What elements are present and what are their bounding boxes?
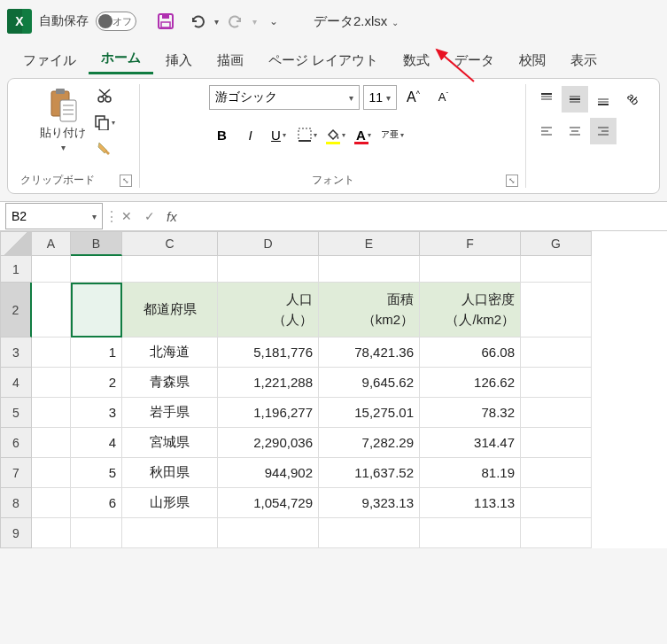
cell[interactable]: [420, 518, 521, 548]
cut-button[interactable]: [93, 84, 116, 107]
cell-pop[interactable]: 1,221,288: [218, 368, 319, 398]
row-header-1[interactable]: 1: [0, 256, 32, 283]
cell-pop[interactable]: 1,054,729: [218, 488, 319, 518]
fill-color-button[interactable]: ▾: [322, 121, 349, 148]
col-header-A[interactable]: A: [32, 231, 71, 256]
cell-num[interactable]: 1: [71, 338, 122, 368]
tab-formulas[interactable]: 数式: [391, 47, 442, 74]
cell[interactable]: [32, 458, 71, 488]
cell-header-density[interactable]: 人口密度 （人/km2）: [420, 283, 521, 338]
font-launcher[interactable]: ⤡: [506, 175, 518, 187]
cell[interactable]: [32, 428, 71, 458]
cell-area[interactable]: 7,282.29: [319, 428, 420, 458]
align-right-button[interactable]: [590, 118, 617, 144]
col-header-D[interactable]: D: [218, 231, 319, 256]
borders-button[interactable]: ▾: [294, 121, 321, 148]
cancel-formula-button[interactable]: ✕: [115, 205, 138, 228]
cell-dens[interactable]: 81.19: [420, 458, 521, 488]
cell[interactable]: [521, 398, 592, 428]
cell-pref[interactable]: 宮城県: [122, 428, 218, 458]
tab-view[interactable]: 表示: [558, 47, 609, 74]
cell-pref[interactable]: 秋田県: [122, 458, 218, 488]
cell[interactable]: [122, 256, 218, 283]
row-header-2[interactable]: 2: [0, 283, 32, 338]
col-header-G[interactable]: G: [521, 231, 592, 256]
cell-pop[interactable]: 944,902: [218, 458, 319, 488]
format-painter-button[interactable]: [93, 137, 116, 160]
cell[interactable]: [420, 256, 521, 283]
phonetic-button[interactable]: ア亜▾: [379, 121, 406, 148]
cell[interactable]: [521, 518, 592, 548]
cell[interactable]: [319, 518, 420, 548]
cell-pref[interactable]: 岩手県: [122, 398, 218, 428]
font-name-combo[interactable]: 游ゴシック▾: [209, 85, 360, 110]
cell[interactable]: [521, 338, 592, 368]
clipboard-launcher[interactable]: ⤡: [120, 175, 132, 187]
cell-dens[interactable]: 113.13: [420, 488, 521, 518]
cell[interactable]: [521, 488, 592, 518]
redo-dropdown-icon[interactable]: ▾: [252, 17, 257, 27]
paste-button[interactable]: 貼り付け ▾: [36, 84, 89, 156]
cell-pop[interactable]: 1,196,277: [218, 398, 319, 428]
cell-num[interactable]: 6: [71, 488, 122, 518]
row-header-5[interactable]: 5: [0, 398, 32, 428]
tab-home[interactable]: ホーム: [89, 44, 153, 74]
cell[interactable]: [32, 338, 71, 368]
font-color-button[interactable]: A▾: [351, 121, 377, 148]
tab-page-layout[interactable]: ページ レイアウト: [256, 47, 391, 74]
cell[interactable]: [71, 256, 122, 283]
cell[interactable]: [319, 256, 420, 283]
increase-font-button[interactable]: A^: [400, 84, 427, 111]
cell-pop[interactable]: 5,181,776: [218, 338, 319, 368]
cell-dens[interactable]: 78.32: [420, 398, 521, 428]
undo-dropdown-icon[interactable]: ▾: [214, 17, 219, 27]
filename-dropdown[interactable]: データ2.xlsx ⌄: [314, 13, 399, 30]
cell-num[interactable]: 5: [71, 458, 122, 488]
name-box[interactable]: B2 ▾: [5, 203, 103, 229]
align-top-button[interactable]: [533, 86, 560, 113]
col-header-B[interactable]: B: [71, 231, 122, 256]
cell-header-pop[interactable]: 人口 （人）: [218, 283, 319, 338]
font-size-combo[interactable]: 11▾: [363, 85, 397, 110]
cell[interactable]: [521, 283, 592, 338]
row-header-6[interactable]: 6: [0, 428, 32, 458]
row-header-4[interactable]: 4: [0, 368, 32, 398]
align-center-button[interactable]: [562, 118, 588, 144]
decrease-font-button[interactable]: Aˇ: [430, 84, 457, 111]
col-header-E[interactable]: E: [319, 231, 420, 256]
cell[interactable]: [218, 256, 319, 283]
cell[interactable]: [521, 368, 592, 398]
cell-header-area[interactable]: 面積 （km2）: [319, 283, 420, 338]
tab-review[interactable]: 校閲: [507, 47, 558, 74]
cell[interactable]: [521, 458, 592, 488]
cell[interactable]: [521, 428, 592, 458]
cell[interactable]: [32, 256, 71, 283]
cell-pref[interactable]: 山形県: [122, 488, 218, 518]
tab-data[interactable]: データ: [442, 47, 507, 74]
cell[interactable]: [218, 518, 319, 548]
cell-dens[interactable]: 314.47: [420, 428, 521, 458]
cell[interactable]: [32, 283, 71, 338]
cell-num[interactable]: 3: [71, 398, 122, 428]
select-all-corner[interactable]: [0, 231, 32, 256]
formula-input[interactable]: [182, 204, 667, 229]
cell-num[interactable]: 4: [71, 428, 122, 458]
fx-icon[interactable]: fx: [161, 209, 182, 224]
autosave-toggle[interactable]: オフ: [96, 12, 136, 31]
cell-B2-selected[interactable]: [71, 283, 122, 338]
cell[interactable]: [32, 368, 71, 398]
col-header-C[interactable]: C: [122, 231, 218, 256]
row-header-7[interactable]: 7: [0, 458, 32, 488]
copy-button[interactable]: ▾: [93, 111, 116, 134]
cell[interactable]: [122, 518, 218, 548]
cell-area[interactable]: 15,275.01: [319, 398, 420, 428]
underline-button[interactable]: U▾: [266, 121, 292, 148]
italic-button[interactable]: I: [237, 121, 264, 148]
cell[interactable]: [32, 488, 71, 518]
align-middle-button[interactable]: [562, 86, 588, 113]
cell-area[interactable]: 9,645.62: [319, 368, 420, 398]
tab-draw[interactable]: 描画: [205, 47, 256, 74]
cell[interactable]: [521, 256, 592, 283]
cell-area[interactable]: 78,421.36: [319, 338, 420, 368]
redo-button[interactable]: [221, 8, 251, 35]
